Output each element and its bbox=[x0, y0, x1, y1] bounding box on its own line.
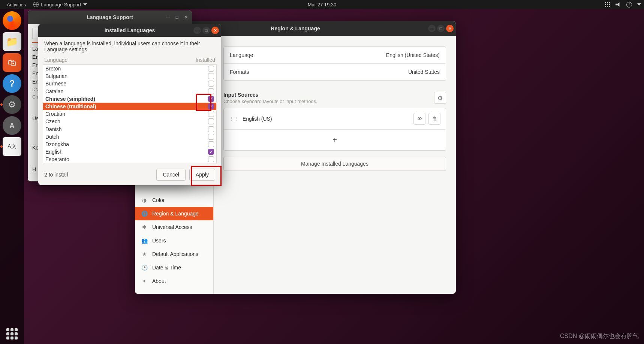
installed-checkbox[interactable] bbox=[208, 66, 214, 72]
dock-show-apps[interactable] bbox=[6, 328, 18, 340]
chevron-down-icon bbox=[637, 3, 641, 6]
trash-icon: 🗑 bbox=[432, 116, 437, 122]
language-row[interactable]: Catalan bbox=[43, 88, 216, 95]
language-row[interactable]: Chinese (simplified) bbox=[43, 95, 216, 103]
cancel-button[interactable]: Cancel bbox=[156, 169, 186, 181]
installed-checkbox[interactable] bbox=[208, 96, 214, 102]
remove-source-button[interactable]: 🗑 bbox=[428, 113, 440, 125]
installed-checkbox[interactable] bbox=[208, 149, 214, 155]
dock-language-support[interactable] bbox=[3, 137, 21, 156]
language-list[interactable]: BretonBulgarianBurmeseCatalanChinese (si… bbox=[43, 64, 217, 163]
language-row[interactable]: Burmese bbox=[43, 80, 216, 87]
minimize-button[interactable]: — bbox=[428, 25, 436, 32]
sidebar-item-region-language[interactable]: 🌐Region & Language bbox=[135, 207, 213, 220]
dock-help[interactable] bbox=[3, 74, 21, 93]
installed-checkbox[interactable] bbox=[208, 134, 214, 140]
row-formats[interactable]: Formats United States bbox=[224, 63, 446, 80]
language-row[interactable]: Chinese (traditional) bbox=[43, 103, 216, 110]
manage-installed-languages-button[interactable]: Manage Installed Languages bbox=[223, 157, 446, 171]
minimize-button[interactable]: — bbox=[193, 27, 201, 34]
star-icon: ★ bbox=[141, 251, 148, 257]
globe-icon bbox=[33, 2, 39, 7]
color-icon: ◑ bbox=[141, 197, 148, 203]
activities-button[interactable]: Activities bbox=[3, 2, 30, 7]
col-installed: Installed bbox=[196, 57, 215, 63]
sidebar-item-users[interactable]: 👥Users bbox=[135, 234, 213, 247]
language-name: Chinese (simplified) bbox=[45, 96, 95, 102]
language-row[interactable]: Bulgarian bbox=[43, 72, 216, 80]
language-name: English bbox=[45, 149, 63, 155]
eye-icon: 👁 bbox=[417, 116, 422, 122]
language-name: Esperanto bbox=[45, 156, 69, 162]
sidebar-label: Color bbox=[152, 197, 165, 203]
dock-software[interactable] bbox=[3, 53, 21, 72]
add-input-source-button[interactable]: + bbox=[224, 130, 446, 150]
sidebar-item-universal-access[interactable]: ✱Universal Access bbox=[135, 220, 213, 234]
installed-checkbox[interactable] bbox=[208, 156, 214, 162]
dock-updater[interactable] bbox=[3, 116, 21, 135]
installed-checkbox[interactable] bbox=[208, 111, 214, 117]
installed-checkbox[interactable] bbox=[208, 141, 214, 147]
network-icon bbox=[605, 2, 610, 7]
row-language[interactable]: Language English (United States) bbox=[224, 47, 446, 63]
clock[interactable]: Mar 27 19:30 bbox=[308, 2, 337, 7]
maximize-button[interactable]: □ bbox=[202, 27, 210, 34]
language-row[interactable]: Dutch bbox=[43, 133, 216, 141]
volume-icon bbox=[616, 2, 621, 7]
language-row[interactable]: Czech bbox=[43, 118, 216, 125]
language-row[interactable]: Dzongkha bbox=[43, 141, 216, 148]
drag-handle-icon[interactable]: ⋮⋮ bbox=[229, 116, 238, 122]
language-name: Chinese (traditional) bbox=[45, 103, 96, 109]
language-row[interactable]: Breton bbox=[43, 65, 216, 72]
installed-checkbox[interactable] bbox=[208, 73, 214, 79]
language-name: Croatian bbox=[45, 111, 65, 117]
col-language: Language bbox=[44, 57, 67, 63]
input-options-button[interactable]: ⚙ bbox=[434, 92, 446, 104]
sidebar-item-about[interactable]: ✦About bbox=[135, 274, 213, 288]
system-tray[interactable] bbox=[605, 2, 641, 7]
sidebar-label: Region & Language bbox=[152, 211, 199, 217]
settings-main: Language English (United States) Formats… bbox=[214, 36, 456, 294]
language-row[interactable]: Croatian bbox=[43, 110, 216, 118]
sidebar-item-color[interactable]: ◑Color bbox=[135, 193, 213, 207]
input-sources-subtext: Choose keyboard layouts or input methods… bbox=[223, 99, 318, 104]
globe-icon: 🌐 bbox=[141, 211, 148, 217]
dock-firefox[interactable] bbox=[3, 11, 21, 30]
language-row[interactable]: English bbox=[43, 148, 216, 156]
language-name: Czech bbox=[45, 118, 60, 124]
installed-checkbox[interactable] bbox=[208, 103, 214, 109]
language-name: Breton bbox=[45, 66, 61, 72]
preview-layout-button[interactable]: 👁 bbox=[413, 113, 425, 125]
installed-header: Installed Languages — □ ✕ bbox=[38, 24, 221, 37]
power-icon bbox=[626, 2, 632, 7]
close-button[interactable]: ✕ bbox=[446, 25, 454, 32]
installed-checkbox[interactable] bbox=[208, 126, 214, 132]
language-row[interactable]: Esperanto bbox=[43, 156, 216, 163]
maximize-button[interactable]: □ bbox=[437, 25, 445, 32]
app-menu[interactable]: Language Support bbox=[30, 2, 91, 7]
row-key: Language bbox=[230, 52, 253, 58]
language-name: Bulgarian bbox=[45, 73, 67, 79]
sidebar-item-default-apps[interactable]: ★Default Applications bbox=[135, 247, 213, 261]
language-name: Dzongkha bbox=[45, 141, 69, 147]
close-button[interactable]: ✕ bbox=[211, 27, 219, 34]
accessibility-icon: ✱ bbox=[141, 224, 148, 230]
dock-settings[interactable] bbox=[3, 95, 21, 114]
language-row[interactable]: Danish bbox=[43, 126, 216, 133]
close-button[interactable]: ✕ bbox=[182, 13, 190, 21]
input-source-row[interactable]: ⋮⋮ English (US) 👁 🗑 bbox=[224, 108, 446, 130]
maximize-button[interactable]: □ bbox=[173, 13, 181, 21]
language-name: Dutch bbox=[45, 134, 59, 140]
installed-checkbox[interactable] bbox=[208, 118, 214, 124]
gear-icon: ⚙ bbox=[437, 94, 443, 102]
installed-checkbox[interactable] bbox=[208, 81, 214, 87]
sidebar-item-datetime[interactable]: 🕑Date & Time bbox=[135, 261, 213, 274]
apply-button[interactable]: Apply bbox=[189, 169, 215, 181]
language-name: Burmese bbox=[45, 81, 66, 87]
dock bbox=[0, 9, 24, 344]
settings-title: Region & Language bbox=[271, 25, 320, 31]
dock-files[interactable] bbox=[3, 32, 21, 51]
installed-checkbox[interactable] bbox=[208, 88, 214, 94]
minimize-button[interactable]: — bbox=[164, 13, 172, 21]
row-value: United States bbox=[408, 69, 440, 75]
